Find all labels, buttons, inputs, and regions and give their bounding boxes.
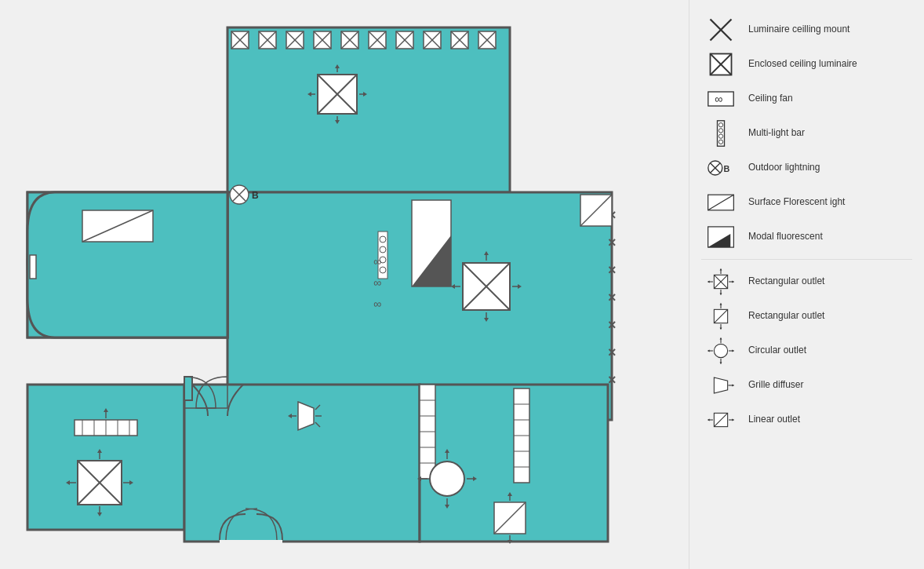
legend-item-surface-florescent: Surface Florescent ight <box>701 188 912 217</box>
legend-item-linear-outlet: Linear outlet <box>701 406 912 434</box>
legend-label-linear-outlet: Linear outlet <box>748 414 800 426</box>
svg-rect-10 <box>184 377 192 400</box>
svg-marker-182 <box>732 350 734 352</box>
floor-plan-area: B <box>0 0 689 569</box>
svg-rect-0 <box>227 27 510 192</box>
svg-text:×: × <box>608 317 617 333</box>
floor-plan-svg: B <box>16 16 659 553</box>
svg-marker-180 <box>708 350 710 352</box>
legend-item-rectangular-outlet-2: Rectangular outlet <box>701 302 912 330</box>
svg-marker-171 <box>720 293 722 295</box>
svg-text:∞: ∞ <box>373 297 381 310</box>
svg-text:∞: ∞ <box>373 255 381 268</box>
svg-rect-6 <box>27 385 184 530</box>
legend-item-ceiling-fan: ∞ Ceiling fan <box>701 85 912 113</box>
legend-icon-linear-outlet <box>701 406 740 434</box>
svg-marker-169 <box>720 268 722 271</box>
svg-marker-184 <box>720 337 722 340</box>
svg-marker-167 <box>732 281 734 283</box>
legend-icon-modal-fluorescent <box>701 223 740 251</box>
svg-text:B: B <box>252 190 259 201</box>
legend-icon-circular-outlet <box>701 337 740 365</box>
legend-separator-1 <box>701 259 912 260</box>
svg-marker-177 <box>720 327 722 330</box>
legend-icon-ceiling-fan: ∞ <box>701 85 740 113</box>
svg-marker-189 <box>732 385 734 387</box>
legend-icon-rectangular-outlet-2 <box>701 302 740 330</box>
legend-icon-multi-light <box>701 119 740 148</box>
legend-label-grille-diffuser: Grille diffuser <box>748 379 803 392</box>
svg-rect-9 <box>220 540 282 544</box>
legend-item-grille-diffuser: Grille diffuser <box>701 371 912 399</box>
legend-item-rectangular-outlet-1: Rectangular outlet <box>701 268 912 296</box>
legend-label-surface-florescent: Surface Florescent ight <box>748 196 845 209</box>
legend-icon-surface-florescent <box>701 188 740 217</box>
legend-icon-luminaire <box>701 16 740 44</box>
legend-item-modal-fluorescent: Modal fluorescent <box>701 223 912 251</box>
legend-label-circular-outlet: Circular outlet <box>748 345 806 357</box>
svg-text:×: × <box>608 345 617 360</box>
legend-item-outdoor-lightning: B Outdoor lightning <box>701 154 912 182</box>
legend-label-rectangular-outlet-1: Rectangular outlet <box>748 275 824 288</box>
svg-rect-58 <box>30 255 36 279</box>
legend-icon-rectangular-outlet-1 <box>701 268 740 296</box>
legend-label-outdoor-lightning: Outdoor lightning <box>748 162 820 174</box>
legend-item-circular-outlet: Circular outlet <box>701 337 912 365</box>
svg-marker-195 <box>732 419 734 421</box>
svg-rect-148 <box>718 121 725 146</box>
svg-text:×: × <box>608 262 617 278</box>
svg-marker-175 <box>720 303 722 305</box>
legend-label-enclosed-ceiling: Enclosed ceiling luminaire <box>748 58 857 71</box>
legend-label-rectangular-outlet-2: Rectangular outlet <box>748 310 824 323</box>
svg-point-117 <box>430 461 464 496</box>
legend-icon-outdoor-lightning: B <box>701 154 740 182</box>
svg-text:∞: ∞ <box>715 93 722 105</box>
legend-area: Luminaire ceilling mount Enclosed ceilin… <box>689 0 924 569</box>
svg-marker-193 <box>708 419 710 421</box>
legend-item-multi-light: Multi-light bar <box>701 119 912 148</box>
legend-label-luminaire-ceiling-mount: Luminaire ceilling mount <box>748 24 849 36</box>
svg-text:×: × <box>608 235 617 250</box>
legend-label-modal-fluorescent: Modal fluorescent <box>748 231 823 243</box>
legend-label-ceiling-fan: Ceiling fan <box>748 93 793 105</box>
svg-point-178 <box>714 344 727 357</box>
svg-marker-187 <box>714 378 727 393</box>
legend-item-enclosed-ceiling: Enclosed ceiling luminaire <box>701 50 912 78</box>
legend-label-multi-light: Multi-light bar <box>748 127 805 140</box>
legend-item-luminaire-ceiling-mount: Luminaire ceilling mount <box>701 16 912 44</box>
svg-marker-186 <box>720 362 722 364</box>
svg-text:∞: ∞ <box>373 276 381 289</box>
legend-icon-enclosed-ceiling <box>701 50 740 78</box>
svg-text:B: B <box>724 164 730 173</box>
svg-text:×: × <box>608 372 617 388</box>
legend-icon-grille-diffuser <box>701 371 740 399</box>
svg-marker-165 <box>708 281 710 283</box>
svg-text:×: × <box>608 290 617 305</box>
